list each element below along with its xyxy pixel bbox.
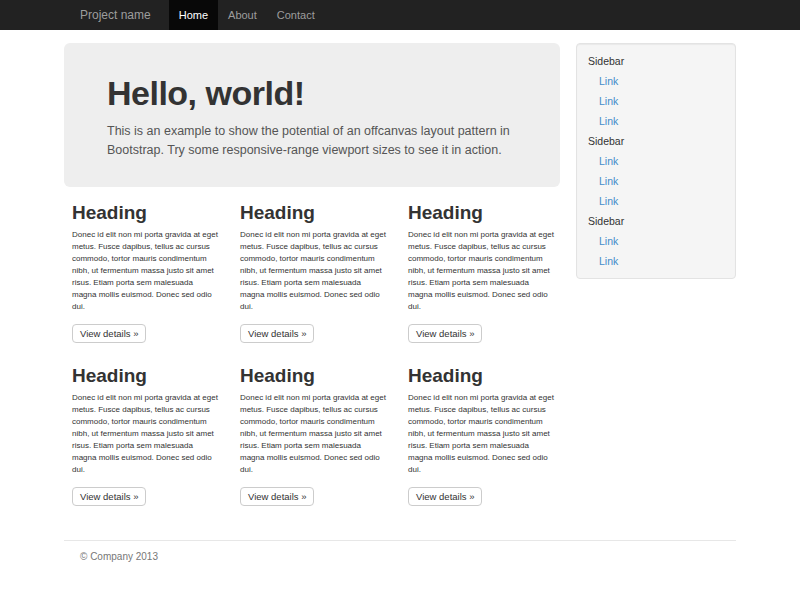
view-details-button[interactable]: View details » (408, 324, 482, 343)
navbar-items: Home About Contact (169, 0, 325, 30)
sidebar-link[interactable]: Link (577, 191, 735, 211)
main-column: Hello, world! This is an example to show… (64, 43, 560, 528)
feature-heading: Heading (72, 202, 219, 223)
feature-card: Heading Donec id elit non mi porta gravi… (400, 365, 568, 506)
jumbotron-title: Hello, world! (107, 73, 517, 113)
feature-heading: Heading (240, 365, 387, 386)
feature-heading: Heading (408, 202, 555, 223)
sidebar-link[interactable]: Link (577, 231, 735, 251)
feature-body: Donec id elit non mi porta gravida at eg… (408, 229, 555, 313)
feature-card: Heading Donec id elit non mi porta gravi… (64, 365, 232, 506)
sidebar-link[interactable]: Link (577, 171, 735, 191)
sidebar-heading: Sidebar (577, 51, 735, 71)
sidebar-group-1: Sidebar Link Link Link (577, 51, 735, 131)
feature-body: Donec id elit non mi porta gravida at eg… (240, 229, 387, 313)
sidebar-well: Sidebar Link Link Link Sidebar Link Link… (576, 43, 736, 279)
feature-card: Heading Donec id elit non mi porta gravi… (232, 202, 400, 343)
jumbotron-body: This is an example to show the potential… (107, 122, 517, 160)
sidebar-heading: Sidebar (577, 211, 735, 231)
sidebar-link[interactable]: Link (577, 71, 735, 91)
sidebar-group-2: Sidebar Link Link Link (577, 131, 735, 211)
feature-card: Heading Donec id elit non mi porta gravi… (400, 202, 568, 343)
sidebar-link[interactable]: Link (577, 151, 735, 171)
jumbotron: Hello, world! This is an example to show… (64, 43, 560, 187)
sidebar-heading: Sidebar (577, 131, 735, 151)
features-row-1: Heading Donec id elit non mi porta gravi… (64, 202, 560, 343)
feature-heading: Heading (240, 202, 387, 223)
nav-item-contact[interactable]: Contact (267, 0, 325, 30)
feature-body: Donec id elit non mi porta gravida at eg… (240, 392, 387, 476)
feature-heading: Heading (72, 365, 219, 386)
nav-item-about[interactable]: About (218, 0, 267, 30)
view-details-button[interactable]: View details » (240, 487, 314, 506)
feature-heading: Heading (408, 365, 555, 386)
nav-item-home[interactable]: Home (169, 0, 218, 30)
navbar-brand[interactable]: Project name (64, 0, 169, 30)
features-row-2: Heading Donec id elit non mi porta gravi… (64, 365, 560, 506)
footer: © Company 2013 (64, 540, 736, 582)
navbar: Project name Home About Contact (0, 0, 800, 30)
view-details-button[interactable]: View details » (72, 324, 146, 343)
feature-body: Donec id elit non mi porta gravida at eg… (408, 392, 555, 476)
view-details-button[interactable]: View details » (72, 487, 146, 506)
sidebar-group-3: Sidebar Link Link (577, 211, 735, 271)
sidebar-link[interactable]: Link (577, 111, 735, 131)
sidebar-link[interactable]: Link (577, 251, 735, 271)
content-row: Hello, world! This is an example to show… (64, 43, 736, 528)
feature-card: Heading Donec id elit non mi porta gravi… (64, 202, 232, 343)
navbar-container: Project name Home About Contact (64, 0, 736, 30)
feature-body: Donec id elit non mi porta gravida at eg… (72, 392, 219, 476)
sidebar: Sidebar Link Link Link Sidebar Link Link… (576, 43, 736, 279)
view-details-button[interactable]: View details » (240, 324, 314, 343)
feature-body: Donec id elit non mi porta gravida at eg… (72, 229, 219, 313)
footer-copyright: © Company 2013 (64, 541, 736, 582)
page-container: Hello, world! This is an example to show… (64, 30, 736, 582)
view-details-button[interactable]: View details » (408, 487, 482, 506)
sidebar-link[interactable]: Link (577, 91, 735, 111)
feature-card: Heading Donec id elit non mi porta gravi… (232, 365, 400, 506)
